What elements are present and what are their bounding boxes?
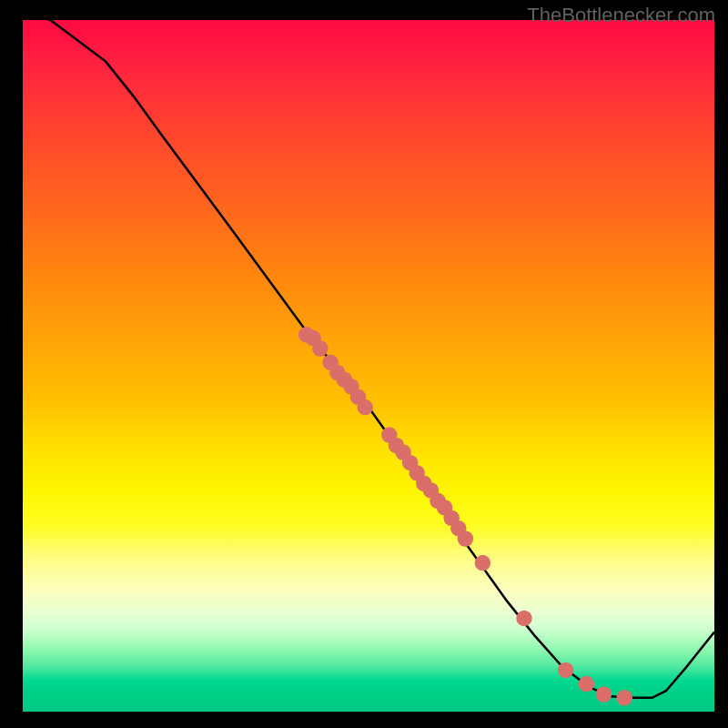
data-point xyxy=(558,662,573,678)
data-point xyxy=(357,399,372,415)
plot-area xyxy=(23,20,714,712)
data-point xyxy=(458,531,473,546)
data-point xyxy=(579,676,594,692)
data-point xyxy=(475,555,490,571)
data-point xyxy=(312,340,328,356)
watermark-text: TheBottlenecker.com xyxy=(527,4,715,27)
chart-container: TheBottlenecker.com xyxy=(0,0,728,728)
curve-line xyxy=(23,20,714,698)
data-point xyxy=(616,690,632,705)
data-point xyxy=(596,686,612,702)
chart-svg xyxy=(23,20,714,712)
data-point xyxy=(516,611,531,626)
scatter-dots xyxy=(298,327,632,705)
